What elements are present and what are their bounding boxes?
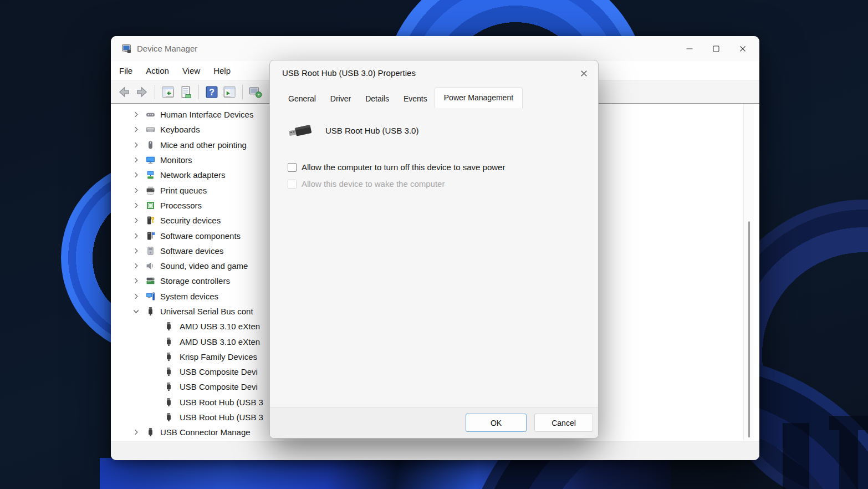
back-icon — [118, 85, 131, 99]
usb-icon — [164, 337, 173, 347]
chevron-right-icon[interactable] — [132, 125, 140, 134]
toolbar-separator — [242, 85, 243, 99]
security-icon — [146, 216, 155, 225]
dialog-title: USB Root Hub (USB 3.0) Properties — [282, 68, 416, 78]
tree-item-label: USB Composite Devi — [180, 382, 258, 391]
tab-details[interactable]: Details — [358, 91, 396, 108]
software-device-icon — [146, 246, 155, 256]
help-button[interactable]: ? — [203, 84, 220, 100]
tree-item-label: Human Interface Devices — [160, 110, 253, 119]
tree-item-label: Processors — [160, 201, 202, 210]
usb-icon — [164, 352, 173, 361]
show-console-tree-icon — [161, 85, 175, 99]
keyboard-icon — [146, 125, 155, 134]
tree-item-label: System devices — [160, 292, 218, 301]
menu-view[interactable]: View — [176, 62, 207, 80]
action-pane-button[interactable] — [221, 84, 238, 100]
checkbox-label: Allow the computer to turn off this devi… — [302, 162, 505, 172]
printer-icon — [146, 186, 155, 195]
usb-icon — [164, 398, 173, 407]
chevron-right-icon[interactable] — [132, 262, 140, 270]
dialog-title-bar[interactable]: USB Root Hub (USB 3.0) Properties — [270, 60, 598, 85]
tree-item-label: Keyboards — [160, 125, 200, 134]
tree-item-label: Mice and other pointing — [160, 140, 247, 150]
chevron-right-icon[interactable] — [132, 216, 140, 225]
ok-button[interactable]: OK — [466, 414, 527, 432]
properties-button[interactable] — [177, 84, 194, 100]
chevron-right-icon[interactable] — [132, 277, 140, 285]
show-console-tree-button[interactable] — [160, 84, 176, 100]
chevron-right-icon[interactable] — [132, 110, 140, 119]
tree-item-label: Software components — [160, 231, 241, 241]
chevron-right-icon[interactable] — [132, 428, 140, 436]
device-header: USB Root Hub (USB 3.0) — [288, 123, 598, 138]
checkbox-row-1: Allow the computer to turn off this devi… — [288, 162, 598, 172]
usb-icon — [146, 427, 155, 437]
tree-item-label: AMD USB 3.10 eXten — [180, 322, 260, 331]
chevron-right-icon[interactable] — [132, 232, 140, 240]
chevron-right-icon[interactable] — [132, 171, 140, 179]
caption-buttons — [676, 36, 756, 61]
scan-hardware-button[interactable] — [247, 84, 264, 100]
power-options: Allow the computer to turn off this devi… — [288, 162, 598, 189]
action-pane-icon — [223, 85, 236, 99]
dialog-close-button[interactable] — [577, 67, 590, 80]
checkbox-1[interactable] — [288, 163, 297, 172]
wallpaper-watermark-shape — [829, 416, 868, 430]
close-icon — [738, 44, 747, 53]
checkbox-label: Allow this device to wake the computer — [302, 179, 445, 189]
usb-icon — [164, 382, 173, 391]
menu-help[interactable]: Help — [207, 62, 237, 80]
tree-item-label: USB Root Hub (USB 3 — [180, 398, 263, 407]
menu-action[interactable]: Action — [139, 62, 176, 80]
cancel-button[interactable]: Cancel — [534, 414, 593, 432]
chevron-right-icon[interactable] — [132, 247, 140, 255]
tree-item-label: Software devices — [160, 246, 223, 256]
tree-item-label: USB Root Hub (USB 3 — [180, 412, 263, 422]
tree-item-label: Monitors — [160, 155, 192, 165]
maximize-icon — [712, 44, 721, 53]
chevron-right-icon[interactable] — [132, 156, 140, 164]
scrollbar-thumb[interactable] — [748, 221, 750, 437]
vertical-scrollbar[interactable] — [743, 104, 754, 441]
usb-plug-icon — [288, 123, 313, 138]
checkbox-2 — [288, 180, 297, 189]
chevron-right-icon[interactable] — [132, 141, 140, 149]
forward-icon — [135, 85, 149, 99]
device-name: USB Root Hub (USB 3.0) — [325, 126, 418, 135]
scan-hardware-icon — [249, 85, 262, 99]
tree-item-label: USB Composite Devi — [180, 367, 258, 376]
caption-maximize-button[interactable] — [703, 36, 729, 61]
tab-driver[interactable]: Driver — [323, 91, 358, 108]
tree-item-label: Security devices — [160, 216, 221, 225]
forward-button[interactable] — [134, 84, 150, 100]
tab-general[interactable]: General — [281, 91, 323, 108]
tab-power-management[interactable]: Power Management — [435, 88, 523, 108]
chevron-down-icon[interactable] — [132, 307, 140, 315]
dialog-footer: OK Cancel — [270, 407, 598, 438]
help-icon: ? — [205, 85, 218, 99]
device-manager-icon — [121, 44, 131, 54]
tree-item-label: Network adapters — [160, 170, 226, 180]
properties-icon — [179, 85, 192, 99]
back-button[interactable] — [116, 84, 132, 100]
svg-text:?: ? — [209, 87, 215, 96]
window-title: Device Manager — [137, 44, 197, 53]
usb-icon — [164, 322, 173, 331]
tree-item-label: Print queues — [160, 186, 207, 195]
chevron-right-icon[interactable] — [132, 186, 140, 195]
window-footer — [111, 441, 759, 460]
menu-file[interactable]: File — [113, 62, 139, 80]
title-bar[interactable]: Device Manager — [111, 36, 759, 61]
minimize-icon — [685, 44, 694, 53]
caption-minimize-button[interactable] — [676, 36, 703, 61]
tree-item-label: Sound, video and game — [160, 261, 248, 271]
toolbar-separator — [198, 85, 199, 99]
tree-item-label: AMD USB 3.10 eXten — [180, 337, 260, 347]
caption-close-button[interactable] — [729, 36, 756, 61]
processor-icon — [146, 201, 155, 210]
chevron-right-icon[interactable] — [132, 201, 140, 210]
chevron-right-icon[interactable] — [132, 292, 140, 300]
tab-events[interactable]: Events — [396, 91, 435, 108]
usb-icon — [164, 412, 173, 422]
